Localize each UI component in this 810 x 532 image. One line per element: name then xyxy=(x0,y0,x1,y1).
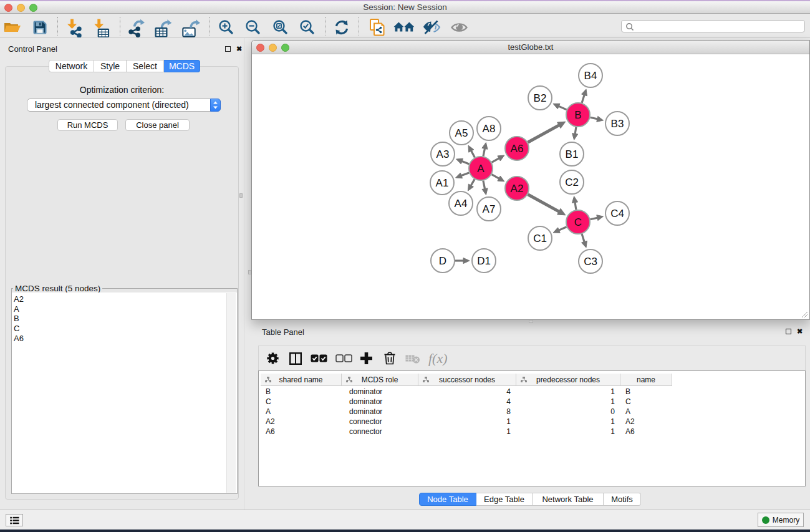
svg-text:A3: A3 xyxy=(436,148,450,160)
svg-text:A4: A4 xyxy=(455,198,468,210)
svg-text:A5: A5 xyxy=(455,127,468,139)
svg-text:B4: B4 xyxy=(584,70,597,82)
svg-text:A6: A6 xyxy=(511,143,524,155)
svg-text:D1: D1 xyxy=(477,255,491,267)
svg-text:A8: A8 xyxy=(483,123,496,135)
svg-text:B3: B3 xyxy=(611,118,624,130)
svg-text:B2: B2 xyxy=(534,92,547,104)
svg-text:C3: C3 xyxy=(584,256,597,268)
svg-text:A1: A1 xyxy=(436,177,449,189)
svg-text:C4: C4 xyxy=(610,208,624,220)
svg-text:A: A xyxy=(477,163,485,175)
svg-text:C2: C2 xyxy=(565,177,579,188)
svg-text:C1: C1 xyxy=(533,233,547,244)
svg-text:A7: A7 xyxy=(483,203,496,215)
svg-text:C: C xyxy=(574,216,582,228)
svg-text:D: D xyxy=(439,255,446,267)
svg-text:B: B xyxy=(574,109,581,121)
svg-text:A2: A2 xyxy=(511,183,524,195)
svg-text:B1: B1 xyxy=(566,148,579,160)
